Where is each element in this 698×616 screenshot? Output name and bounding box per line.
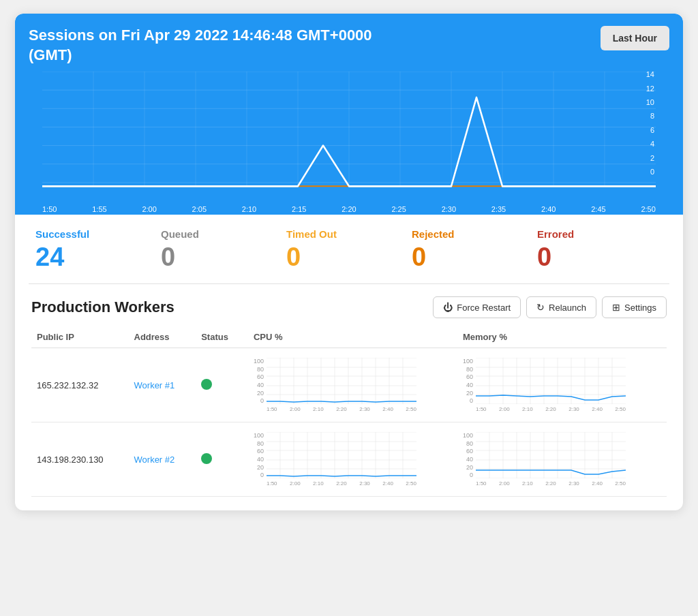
stat-value-queued: 0: [161, 244, 175, 270]
stat-label-queued: Queued: [161, 228, 199, 240]
worker2-cpu-chart: 100 80 60 40 20 0: [248, 422, 457, 497]
workers-table: Public IP Address Status CPU % Memory % …: [31, 328, 667, 497]
worker1-mem-chart: 100 80 60 40 20 0: [457, 348, 667, 422]
cpu2-y-axis: 100 80 60 40 20 0: [254, 432, 265, 478]
col-header-address: Address: [129, 328, 196, 348]
mem1-svg: [476, 358, 626, 404]
worker2-status: [196, 422, 248, 497]
stat-value-errored: 0: [537, 244, 551, 270]
force-restart-label: Force Restart: [457, 303, 511, 313]
force-restart-button[interactable]: ⏻ Force Restart: [433, 296, 521, 318]
mem2-chart-area: 1:50 2:00 2:10 2:20 2:30 2:40 2:50: [476, 432, 661, 487]
col-header-ip: Public IP: [31, 328, 129, 348]
stat-successful: Successful 24: [35, 228, 161, 270]
settings-icon: ⊞: [612, 302, 620, 313]
stats-row: Successful 24 Queued 0 Timed Out 0 Rejec…: [15, 215, 683, 283]
mem2-x-axis: 1:50 2:00 2:10 2:20 2:30 2:40 2:50: [476, 480, 626, 487]
col-header-cpu: CPU %: [248, 328, 457, 348]
sessions-panel: Sessions on Fri Apr 29 2022 14:46:48 GMT…: [15, 14, 683, 215]
worker1-address: Worker #1: [129, 348, 196, 422]
mem1-y-axis: 100 80 60 40 20 0: [463, 358, 474, 404]
stat-errored: Errored 0: [537, 228, 663, 270]
worker1-status-dot: [201, 379, 212, 390]
mem1-chart-area: 1:50 2:00 2:10 2:20 2:30 2:40 2:50: [476, 358, 661, 412]
relaunch-label: Relaunch: [549, 303, 586, 313]
title-line1: Sessions on Fri Apr 29 2022 14:46:48 GMT…: [29, 27, 372, 44]
mem2-y-axis: 100 80 60 40 20 0: [463, 432, 474, 478]
stat-value-rejected: 0: [412, 244, 426, 270]
mem1-x-axis: 1:50 2:00 2:10 2:20 2:30 2:40 2:50: [476, 406, 626, 412]
stat-rejected: Rejected 0: [412, 228, 537, 270]
col-header-status: Status: [196, 328, 248, 348]
workers-title: Production Workers: [31, 298, 174, 316]
main-container: Sessions on Fri Apr 29 2022 14:46:48 GMT…: [15, 14, 683, 510]
cpu1-chart-area: 1:50 2:00 2:10 2:20 2:30 2:40 2:50: [267, 358, 452, 412]
power-icon: ⏻: [443, 302, 453, 313]
relaunch-button[interactable]: ↻ Relaunch: [526, 296, 596, 318]
stat-timedout: Timed Out 0: [286, 228, 412, 270]
table-row: 165.232.132.32 Worker #1 100 80 60: [31, 348, 667, 422]
stat-label-rejected: Rejected: [412, 228, 455, 240]
worker1-cpu-chart: 100 80 60 40 20 0: [248, 348, 457, 422]
worker2-link[interactable]: Worker #2: [134, 455, 175, 465]
sessions-title: Sessions on Fri Apr 29 2022 14:46:48 GMT…: [29, 26, 509, 65]
workers-actions: ⏻ Force Restart ↻ Relaunch ⊞ Settings: [433, 296, 667, 318]
worker1-ip: 165.232.132.32: [31, 348, 129, 422]
stat-label-errored: Errored: [537, 228, 574, 240]
worker1-status: [196, 348, 248, 422]
stat-label-timedout: Timed Out: [286, 228, 337, 240]
stat-value-timedout: 0: [286, 244, 301, 270]
table-row: 143.198.230.130 Worker #2 100 80 60: [31, 422, 667, 497]
worker1-link[interactable]: Worker #1: [134, 380, 175, 390]
y-axis-labels: 14 12 10 8 6 4 2 0: [646, 70, 654, 176]
cpu2-svg: [267, 432, 416, 478]
workers-header: Production Workers ⏻ Force Restart ↻ Rel…: [31, 296, 667, 318]
last-hour-button[interactable]: Last Hour: [601, 26, 669, 50]
chart-area: 14 12 10 8 6 4 2 0 1:50 1:55 2:00 2:05 2…: [29, 65, 669, 215]
workers-section: Production Workers ⏻ Force Restart ↻ Rel…: [15, 284, 683, 510]
title-line2: (GMT): [29, 46, 72, 63]
cpu1-x-axis: 1:50 2:00 2:10 2:20 2:30 2:40 2:50: [267, 406, 416, 412]
settings-button[interactable]: ⊞ Settings: [602, 296, 667, 318]
stat-queued: Queued 0: [161, 228, 286, 270]
relaunch-icon: ↻: [536, 302, 545, 313]
worker2-ip: 143.198.230.130: [31, 422, 129, 497]
col-header-memory: Memory %: [457, 328, 667, 348]
stat-value-successful: 24: [35, 244, 64, 270]
cpu1-y-axis: 100 80 60 40 20 0: [254, 358, 265, 404]
worker2-mem-chart: 100 80 60 40 20 0: [457, 422, 667, 497]
mem2-svg: [476, 432, 626, 478]
worker2-address: Worker #2: [129, 422, 196, 497]
stat-label-successful: Successful: [35, 228, 89, 240]
worker2-status-dot: [201, 453, 212, 464]
settings-label: Settings: [624, 303, 656, 313]
cpu1-svg: [267, 358, 416, 404]
cpu2-x-axis: 1:50 2:00 2:10 2:20 2:30 2:40 2:50: [267, 480, 416, 487]
sessions-chart: [42, 72, 656, 201]
x-axis-labels: 1:50 1:55 2:00 2:05 2:10 2:15 2:20 2:25 …: [42, 204, 656, 219]
cpu2-chart-area: 1:50 2:00 2:10 2:20 2:30 2:40 2:50: [267, 432, 452, 487]
